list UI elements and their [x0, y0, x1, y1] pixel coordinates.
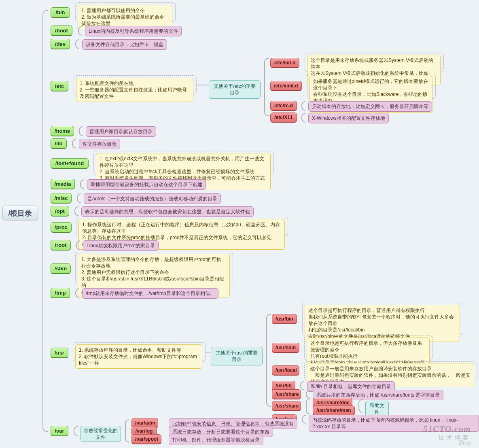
dir-etc-x11[interactable]: /etc/X11	[270, 113, 297, 123]
dir-usr-share2[interactable]: /usr/share	[272, 401, 301, 411]
usr-bin-n1: 这个目录是可执行程序的目录，普通用户就有权限执行	[308, 307, 456, 314]
brace-etc-rcd	[301, 101, 305, 111]
sbin-n1: 1. 大多是涉及系统管理的命令的存放，是超级权限用户root的可执行命令存放地	[81, 256, 226, 269]
etc-n2: 2. 一些服务器的配置文件也在这里；比如用户帐号及密码配置文件	[80, 87, 190, 100]
dir-usr-share1[interactable]: /usr/share	[272, 389, 301, 399]
brace-lib	[72, 139, 76, 149]
etc-x11-note: X-Windows相关的配置文件存放地	[308, 113, 389, 123]
line-etc-mid	[196, 85, 209, 85]
bin-n2: 2. 做为基础系统所需要的最基础的命令就是放在这里	[81, 14, 169, 27]
root-node[interactable]: /根目录	[2, 206, 38, 220]
usr-n1: 1. 系统存放程序的目录，比如命令、帮助文件等	[79, 347, 199, 353]
etc-n1: 1. 系统配置文件的所在地	[80, 80, 190, 87]
usr-mid: 其他关于/usr的重要目录	[211, 347, 263, 365]
etc-note: 1. 系统配置文件的所在地 2. 一些服务器的配置文件也在这里；比如用户帐号及密…	[76, 78, 193, 102]
usr-share-help: 帮助文件	[365, 401, 389, 417]
brace-var	[74, 426, 78, 436]
dir-usr-sbin[interactable]: /usr/sbin	[272, 343, 299, 353]
bin-n1: 1. 普通用户都可以使用的命令	[81, 7, 169, 14]
dir-root[interactable]: /root	[51, 240, 71, 251]
brace-home	[79, 126, 83, 136]
brace-usr-lib	[300, 381, 304, 390]
dir-sbin[interactable]: /sbin	[51, 263, 71, 274]
dir-usr[interactable]: /usr	[51, 348, 68, 358]
dir-usr-bin[interactable]: /usr/bin	[272, 314, 297, 324]
usr-sbin-n2: 只有root权限才能执行	[310, 353, 426, 359]
etc-xinitd-n1: 如果服务器是通过xinetd模式运行的，它的脚本要放在这个目录下	[313, 78, 429, 91]
brace-usr-share2	[306, 398, 310, 414]
dir-etc-rcd[interactable]: /etc/rc.d	[270, 101, 297, 111]
tmp-note: /tmp就用来存放临时文件的；/var/tmp目录和这个目录相似。	[82, 288, 218, 299]
dir-tmp[interactable]: /tmp	[51, 288, 70, 298]
brace-root	[76, 240, 80, 250]
brace-media	[80, 179, 84, 189]
usr-bin-n3: 相似的目录是/usr/local/bin	[308, 327, 456, 333]
dev-note: 设备文件存储目录，比如声卡、磁盘	[82, 39, 167, 50]
var-mid: 存放经常变化的文件	[81, 426, 121, 442]
usr-bin-n2: 当我们从系统自带的软件包安装一个程序时，他的可执行文件大多会放在这个目录	[308, 314, 456, 327]
sbin-n2: 2. 普通用户无权限执行这个目录下的命令	[81, 269, 226, 276]
opt-note: 表示的是可选择的意思，有些软件包也会被安装在这里，也就是自定义软件包	[81, 206, 254, 217]
dir-var-spool[interactable]: /var/spool	[131, 434, 161, 444]
dir-proc[interactable]: /proc	[51, 222, 72, 233]
root-brace	[42, 10, 48, 432]
brace-etc-mid	[264, 58, 269, 116]
var-spool-note: 打印机、邮件、代理服务器等假脱机目录	[169, 435, 263, 445]
dir-boot[interactable]: /boot	[51, 25, 72, 36]
dir-etc[interactable]: /etc	[51, 81, 68, 91]
lib-note: 库文件存放目录	[79, 139, 120, 149]
brace-usr-src	[302, 415, 306, 424]
brace-usr-mid	[266, 314, 271, 407]
home-note: 普通用户家目录默认存放目录	[86, 126, 156, 137]
brace-etc-x11	[301, 113, 305, 123]
dir-bin[interactable]: /bin	[51, 7, 70, 18]
brace-misc	[77, 193, 81, 203]
brace-usr-share-help	[358, 399, 362, 413]
etc-mid: 其他关于/etc的重要目录	[209, 80, 261, 99]
dir-home[interactable]: /home	[51, 126, 74, 136]
misc-note: 是autofs（一个支持自动挂载的服务）挂载可移动介质的目录	[84, 193, 221, 204]
dir-usr-share-man[interactable]: /usr/share/man	[313, 406, 355, 416]
dir-usr-local[interactable]: /usr/local	[272, 365, 299, 376]
lf-n2: 2. 当系统启动的过程中fsck工具会检查这里，并修复已经损坏的文件系统	[100, 168, 267, 175]
boot-note: Linux的内核及引导系统程序所需要的文件	[85, 26, 182, 36]
brace-tmp	[75, 288, 79, 298]
dir-var[interactable]: /var	[51, 426, 68, 436]
proc-n1: 1. 操作系统运行时，进程（正在运行中的程序）信息及内核信息（比如cpu、硬盘分…	[82, 221, 281, 234]
dir-media[interactable]: /media	[51, 179, 75, 189]
watermark-blog: Blog	[459, 439, 471, 446]
media-note: 即插即用型存储设备的挂载点自动在这个目录下创建	[87, 179, 206, 190]
usr-local-n1: 这个目录一般是用来存放用户自编译安装软件的存放目录	[310, 365, 471, 372]
usr-n2: 2. 软件默认安装文件夹，就像Windows下的"c:\program file…	[79, 353, 199, 366]
watermark-domain: 51CTO.com	[423, 424, 471, 434]
sbin-n3: 3. 这个目录和/usr/sbin;/usr/X11R6/sbin或/usr/l…	[81, 276, 226, 289]
brace-usr-share1	[306, 390, 310, 399]
dir-lostfound[interactable]: /lost+found	[51, 158, 89, 169]
dir-lib[interactable]: /lib	[51, 138, 67, 149]
brace-dev	[75, 39, 79, 49]
usr-note: 1. 系统存放程序的目录，比如命令、帮助文件等 2. 软件默认安装文件夹，就像W…	[75, 344, 202, 369]
usr-sbin-n1: 这个目录也是可执行程序的目录，但大多存放涉及系统管理的命令	[310, 340, 426, 353]
dir-dev[interactable]: /dev	[51, 39, 70, 49]
root-note: Linux超级权限用户root的家目录	[83, 240, 159, 251]
lf-n1: 1. 在ext2或ext3文件系统中，当系统意外崩溃或机器意外关机，而产生一些文…	[100, 155, 267, 168]
etc-initd-n1: 这个目录是用来存放系统或服务器以System V模式启动的脚本	[311, 57, 437, 70]
line-usr-mid	[205, 352, 211, 352]
etc-rcd-note: 启动脚本的存放地；比如定义网卡，服务器开启脚本等	[308, 101, 432, 112]
dir-etc-xinitd[interactable]: /etc/xinit.d	[270, 81, 302, 91]
brace-opt	[74, 206, 78, 216]
dir-opt[interactable]: /opt	[51, 206, 69, 217]
dir-etc-initd[interactable]: /etc/init.d	[270, 58, 299, 68]
brace-var-mid	[125, 419, 129, 443]
bin-note: 1. 普通用户都可以使用的命令 2. 做为基础系统所需要的最基础的命令就是放在这…	[78, 5, 172, 29]
brace-boot	[78, 26, 82, 36]
dir-misc[interactable]: /misc	[51, 193, 72, 204]
